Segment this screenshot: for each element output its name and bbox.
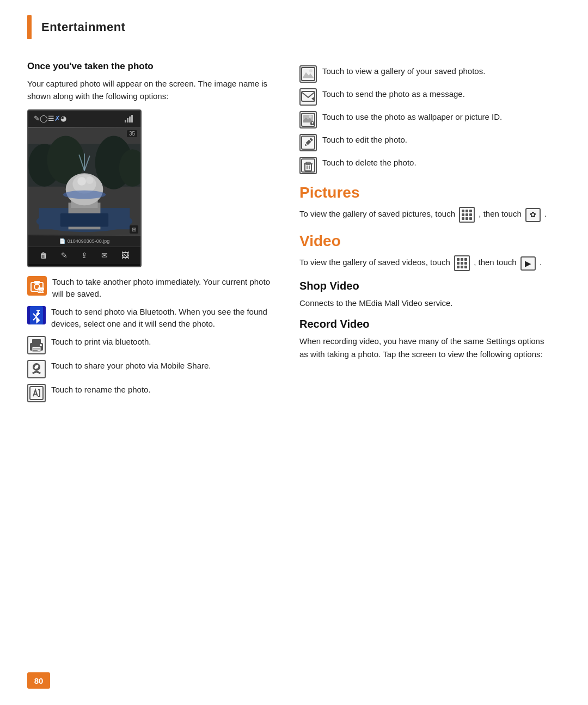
rename-icon: [27, 384, 46, 402]
icon-item-wallpaper: Touch to use the photo as wallpaper or p…: [299, 111, 550, 128]
icon-item-bluetooth: Touch to send photo via Bluetooth. When …: [27, 306, 278, 330]
icon-item-print: Touch to print via bluetooth.: [27, 336, 278, 354]
right-icon-text-gallery: Touch to view a gallery of your saved ph…: [322, 65, 485, 78]
phone-icon-2: ◯: [40, 114, 48, 122]
main-content: Once you've taken the photo Your capture…: [0, 50, 588, 430]
grid-icon-video: [454, 255, 470, 271]
page: Entertainment Once you've taken the phot…: [0, 0, 588, 705]
pb-icon-share: ⇪: [81, 251, 88, 260]
intro-text: Your captured photo will appear on the s…: [27, 77, 278, 103]
header-title: Entertainment: [41, 20, 125, 34]
svg-point-41: [309, 69, 313, 72]
bluetooth-icon: [27, 306, 46, 324]
left-column: Once you've taken the photo Your capture…: [27, 61, 278, 408]
svg-point-50: [312, 122, 314, 124]
shop-video-description: Connects to the MEdia Mall Video service…: [299, 297, 550, 309]
svg-rect-54: [305, 164, 311, 171]
svg-rect-39: [302, 68, 315, 81]
record-video-title: Record Video: [299, 318, 550, 330]
edit-svg: [301, 136, 315, 150]
gallery-icon: [299, 65, 317, 83]
phone-icon-1: ✎: [34, 114, 40, 122]
share-svg: [29, 361, 44, 377]
pb-icon-edit: ✎: [61, 251, 68, 260]
signal-bars: [125, 115, 135, 122]
right-icon-text-wallpaper: Touch to use the photo as wallpaper or p…: [322, 111, 502, 124]
icon-item-rename: Touch to rename the photo.: [27, 384, 278, 402]
phone-screenshot: ✎ ◯ ☰ ✗ ◕: [27, 109, 142, 267]
camera-new-icon: NEW: [27, 276, 47, 296]
print-icon: [27, 336, 46, 354]
play-icon: ▶: [520, 256, 536, 271]
page-number: 80: [27, 672, 50, 689]
print-svg: [29, 338, 44, 353]
svg-point-13: [86, 176, 94, 184]
phone-icon-bt: ✗: [54, 114, 60, 122]
message-svg: [301, 90, 315, 104]
grid-icon-pictures: [459, 207, 475, 223]
icon-item-edit: Touch to edit the photo.: [299, 134, 550, 151]
svg-text:NEW: NEW: [38, 289, 45, 292]
svg-point-33: [40, 344, 42, 346]
svg-rect-53: [302, 159, 315, 172]
message-icon: [299, 88, 317, 106]
svg-rect-18: [60, 213, 108, 226]
edit-icon: [299, 134, 317, 151]
shop-video-title: Shop Video: [299, 280, 550, 292]
phone-icon-3: ☰: [48, 114, 54, 122]
icon-item-share: Touch to share your photo via Mobile Sha…: [27, 360, 278, 378]
svg-rect-32: [33, 350, 38, 351]
icon-item-delete: Touch to delete the photo.: [299, 157, 550, 174]
header-accent-bar: [27, 15, 32, 39]
pb-icon-msg: ✉: [101, 251, 108, 260]
phone-image: 35 ⊞: [28, 127, 140, 236]
phone-image-svg: [28, 127, 140, 236]
phone-filename: 📄 0104090305-00.jpg: [28, 236, 140, 247]
wallpaper-svg: [301, 113, 315, 127]
delete-svg: [301, 158, 315, 173]
icon-text-share: Touch to share your photo via Mobile Sha…: [51, 360, 278, 372]
video-description: To view the gallery of saved videos, tou…: [299, 255, 550, 271]
record-video-description: When recording video, you have many of t…: [299, 335, 550, 360]
right-column: Touch to view a gallery of your saved ph…: [299, 61, 550, 408]
svg-point-48: [309, 115, 312, 118]
icon-item-new-photo: NEW Touch to take another photo immediat…: [27, 276, 278, 301]
phone-bottom-bar: 🗑 ✎ ⇪ ✉ 🖼: [28, 247, 140, 264]
svg-point-12: [77, 177, 86, 186]
pictures-icon: ✿: [525, 208, 541, 222]
phone-icon-cam: ◕: [60, 114, 66, 122]
video-section-title: Video: [299, 232, 550, 250]
svg-rect-29: [32, 339, 41, 345]
pb-icon-trash: 🗑: [40, 251, 47, 260]
phone-image-icon: ⊞: [130, 225, 138, 234]
phone-indicator: 35: [127, 130, 137, 137]
left-section-heading: Once you've taken the photo: [27, 61, 278, 72]
right-icon-text-edit: Touch to edit the photo.: [322, 134, 407, 146]
pictures-section-title: Pictures: [299, 184, 550, 201]
svg-rect-31: [33, 348, 40, 350]
icon-text-new-photo: Touch to take another photo immediately.…: [52, 276, 278, 301]
icon-item-gallery: Touch to view a gallery of your saved ph…: [299, 65, 550, 83]
svg-point-14: [63, 190, 106, 199]
header: Entertainment: [0, 0, 588, 50]
phone-top-bar: ✎ ◯ ☰ ✗ ◕: [28, 111, 140, 127]
icon-text-print: Touch to print via bluetooth.: [51, 336, 278, 348]
icon-item-message: Touch to send the photo as a message.: [299, 88, 550, 106]
svg-rect-43: [302, 91, 315, 101]
share-icon: [27, 360, 46, 378]
camera-svg: NEW: [29, 278, 45, 294]
wallpaper-icon: [299, 111, 317, 128]
delete-icon: [299, 157, 317, 174]
icon-text-rename: Touch to rename the photo.: [51, 384, 278, 396]
right-icon-text-delete: Touch to delete the photo.: [322, 157, 416, 169]
icon-text-bluetooth: Touch to send photo via Bluetooth. When …: [51, 306, 278, 330]
right-icon-text-message: Touch to send the photo as a message.: [322, 88, 465, 101]
bt-svg: [30, 306, 43, 324]
pictures-description: To view the gallery of saved pictures, t…: [299, 207, 550, 223]
rename-svg: [29, 385, 44, 401]
svg-rect-22: [34, 281, 40, 284]
gallery-svg: [301, 67, 315, 81]
pb-icon-gallery: 🖼: [121, 251, 129, 260]
